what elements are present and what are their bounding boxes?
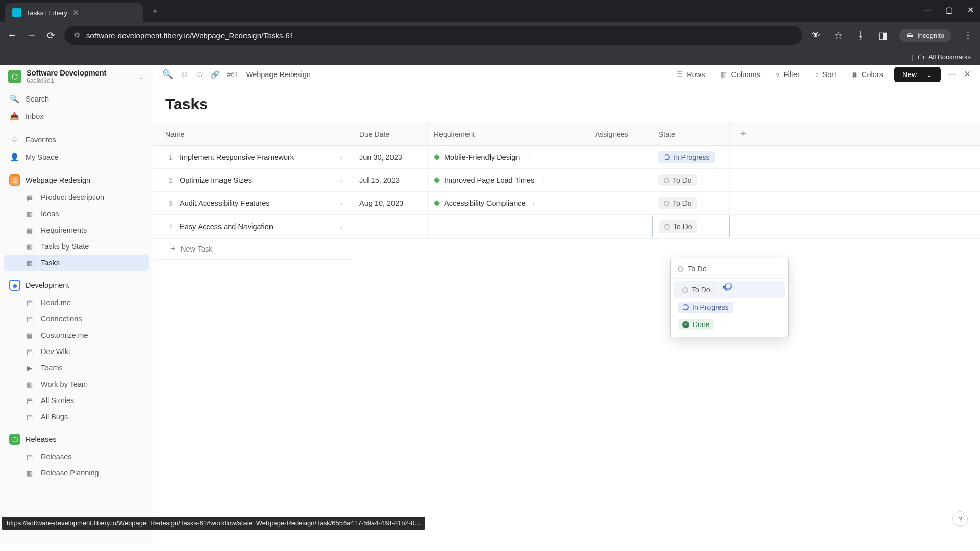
table-row[interactable]: 4Easy Access and Navigation›To Do <box>153 215 980 239</box>
chevron-down-icon[interactable]: ⌄ <box>921 70 933 79</box>
workspace-switcher[interactable]: ⬡ Software Development 6ad8d3d1 ⌄ <box>4 66 149 87</box>
cell-due[interactable]: Aug 10, 2023 <box>353 192 428 214</box>
cell-state[interactable]: In Progress <box>652 146 730 168</box>
more-icon[interactable]: ⋯ <box>948 69 957 80</box>
cell-assignees[interactable] <box>589 169 652 191</box>
cell-due[interactable] <box>353 215 428 238</box>
cell-name[interactable]: 3Audit Accessibility Features› <box>153 192 353 214</box>
cell-assignees[interactable] <box>589 146 652 168</box>
sidebar-dev-wiki[interactable]: ▤Dev Wiki <box>4 343 149 360</box>
back-button[interactable]: ← <box>6 30 18 41</box>
state-dropdown[interactable]: To Do To DoIn Progress✓Done <box>670 258 789 337</box>
add-column-button[interactable]: + <box>730 122 756 145</box>
table-row[interactable]: 1Implement Responsive Framework›Jun 30, … <box>153 146 980 169</box>
rows-button[interactable]: ☰Rows <box>672 67 709 82</box>
minimize-icon[interactable]: ― <box>923 5 931 15</box>
browser-menu-icon[interactable]: ⋮ <box>962 30 974 41</box>
space-header-development[interactable]: ◆ Development <box>4 276 149 294</box>
state-badge[interactable]: To Do <box>658 197 697 209</box>
col-assignees[interactable]: Assignees <box>589 122 652 145</box>
col-name[interactable]: Name <box>153 122 353 145</box>
sidebar-tasks[interactable]: ▦Tasks <box>4 255 149 271</box>
bookmark-star-icon[interactable]: ☆ <box>832 30 844 41</box>
site-settings-icon[interactable]: ⚙ <box>74 31 80 40</box>
cell-state[interactable]: To Do <box>652 169 730 191</box>
chevron-right-icon[interactable]: › <box>527 154 529 161</box>
sidebar-favorites[interactable]: ☆Favorites <box>4 131 149 148</box>
filter-button[interactable]: ▿Filter <box>772 67 804 82</box>
cell-requirement[interactable] <box>428 215 589 238</box>
cell-requirement[interactable]: Mobile-Friendly Design› <box>428 146 589 168</box>
cell-assignees[interactable] <box>589 215 652 238</box>
expand-icon[interactable]: › <box>336 177 347 184</box>
table-row[interactable]: 2Optimize Image Sizes›Jul 15, 2023Improv… <box>153 169 980 192</box>
space-header-releases[interactable]: ⬡ Releases <box>4 430 149 448</box>
expand-icon[interactable]: › <box>336 154 347 161</box>
sidebar-all-stories[interactable]: ▤All Stories <box>4 392 149 409</box>
cell-assignees[interactable] <box>589 192 652 214</box>
sidebar-connections[interactable]: ▤Connections <box>4 311 149 327</box>
state-option-done[interactable]: ✓Done <box>674 316 785 333</box>
close-tab-icon[interactable]: ✕ <box>72 8 79 17</box>
sidebar-inbox[interactable]: 📥Inbox <box>4 108 149 125</box>
incognito-badge[interactable]: 🕶 Incognito <box>899 29 951 42</box>
state-badge[interactable]: To Do <box>658 174 697 186</box>
cell-state[interactable]: To Do <box>652 215 730 238</box>
columns-button[interactable]: ▥Columns <box>717 67 765 82</box>
table-row[interactable]: 3Audit Accessibility Features›Aug 10, 20… <box>153 192 980 215</box>
state-badge[interactable]: In Progress <box>658 151 715 163</box>
sidebar-ideas[interactable]: ▥Ideas <box>4 206 149 222</box>
cell-name[interactable]: 4Easy Access and Navigation› <box>153 215 353 238</box>
download-icon[interactable]: ⭳ <box>854 30 867 41</box>
forward-button[interactable]: → <box>26 30 38 41</box>
all-bookmarks-button[interactable]: All Bookmarks <box>928 53 971 61</box>
new-task-button[interactable]: + New Task <box>153 239 353 260</box>
state-search-input[interactable]: To Do <box>674 262 785 279</box>
sidebar-teams[interactable]: ▶Teams <box>4 360 149 376</box>
sidebar-releases-item[interactable]: ▤Releases <box>4 448 149 465</box>
sidebar-tasks-by-state[interactable]: ▥Tasks by State <box>4 238 149 255</box>
close-icon[interactable]: ✕ <box>964 69 971 80</box>
cell-due[interactable]: Jul 15, 2023 <box>353 169 428 191</box>
url-bar[interactable]: ⚙ software-development.fibery.io/Webpage… <box>64 26 802 45</box>
col-requirement[interactable]: Requirement <box>428 122 589 145</box>
sidebar-search[interactable]: 🔍Search <box>4 90 149 108</box>
sidebar-work-by-team[interactable]: ▥Work by Team <box>4 376 149 392</box>
sidebar-product-description[interactable]: ▤Product description <box>4 189 149 206</box>
colors-button[interactable]: ◉Colors <box>847 67 887 82</box>
side-panel-icon[interactable]: ◨ <box>877 30 889 41</box>
sidebar-release-planning[interactable]: ▥Release Planning <box>4 465 149 481</box>
col-state[interactable]: State <box>652 122 730 145</box>
expand-icon[interactable]: › <box>336 199 347 207</box>
breadcrumb-id[interactable]: #61 <box>227 70 238 79</box>
cell-requirement[interactable]: Improved Page Load Times› <box>428 169 589 191</box>
reload-button[interactable]: ⟳ <box>45 30 57 41</box>
state-badge[interactable]: To Do <box>659 220 697 233</box>
chevron-right-icon[interactable]: › <box>533 199 535 207</box>
sidebar-customize[interactable]: ▤Customize.me <box>4 327 149 343</box>
search-icon[interactable]: 🔍 <box>162 69 173 80</box>
sort-button[interactable]: ↕Sort <box>811 67 840 81</box>
cell-name[interactable]: 1Implement Responsive Framework› <box>153 146 353 168</box>
new-tab-button[interactable]: + <box>152 6 158 17</box>
star-icon[interactable]: ☆ <box>196 69 204 80</box>
cell-requirement[interactable]: Accessibility Compliance› <box>428 192 589 214</box>
browser-tab[interactable]: Tasks | Fibery ✕ <box>5 3 143 22</box>
sidebar-my-space[interactable]: 👤My Space <box>4 148 149 166</box>
eye-off-icon[interactable]: 👁 <box>810 30 822 40</box>
state-option-todo[interactable]: To Do <box>674 281 785 298</box>
help-button[interactable]: ? <box>952 511 968 527</box>
state-option-progress[interactable]: In Progress <box>674 298 785 316</box>
sidebar-all-bugs[interactable]: ▤All Bugs <box>4 409 149 425</box>
cell-state[interactable]: To Do <box>652 192 730 214</box>
close-window-icon[interactable]: ✕ <box>967 5 974 15</box>
cell-due[interactable]: Jun 30, 2023 <box>353 146 428 168</box>
breadcrumb-title[interactable]: Webpage Redesign <box>246 70 311 79</box>
space-header-webpage[interactable]: ⊞ Webpage Redesign <box>4 171 149 189</box>
new-button[interactable]: New⌄ <box>894 67 941 82</box>
emoji-icon[interactable]: ☺ <box>180 69 189 80</box>
sidebar-requirements[interactable]: ▤Requirements <box>4 222 149 238</box>
chevron-right-icon[interactable]: › <box>542 177 544 184</box>
sidebar-readme[interactable]: ▤Read.me <box>4 294 149 311</box>
maximize-icon[interactable]: ▢ <box>945 5 953 15</box>
